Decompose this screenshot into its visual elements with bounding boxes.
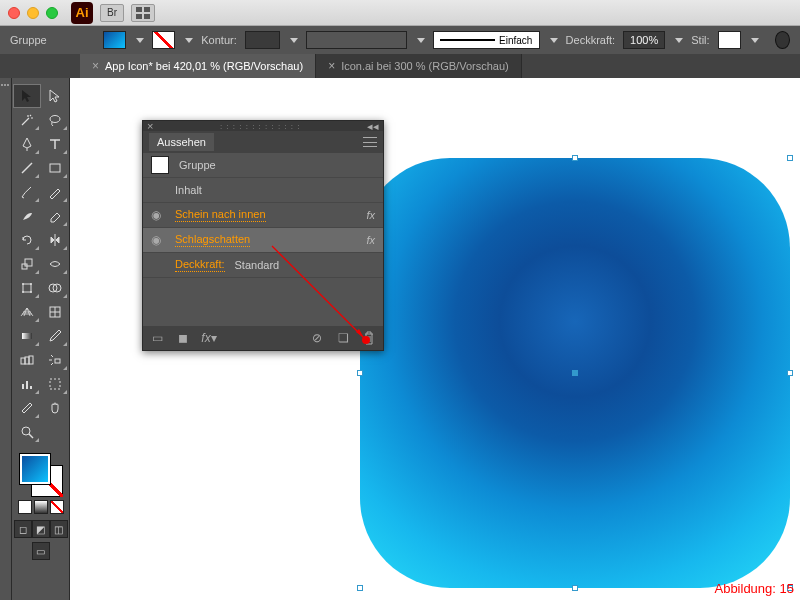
width-tool[interactable] (41, 252, 69, 276)
column-graph-tool[interactable] (13, 372, 41, 396)
style-dropdown-icon[interactable] (751, 38, 759, 43)
stroke-style-dropdown-icon[interactable] (550, 38, 558, 43)
panel-menu-icon[interactable] (363, 137, 377, 147)
rotate-tool[interactable] (13, 228, 41, 252)
color-mode-button[interactable] (18, 500, 32, 514)
duplicate-item-icon[interactable]: ❏ (335, 331, 351, 345)
stroke-label: Kontur: (201, 34, 236, 46)
close-window-button[interactable] (8, 7, 20, 19)
arrange-documents-button[interactable] (131, 4, 155, 22)
svg-point-10 (22, 283, 24, 285)
stroke-style-preview[interactable]: Einfach (433, 31, 540, 49)
svg-rect-19 (25, 357, 29, 364)
delete-item-icon[interactable] (361, 331, 377, 345)
reflect-tool[interactable] (41, 228, 69, 252)
artboard-tool[interactable] (41, 372, 69, 396)
zoom-tool[interactable] (13, 420, 41, 444)
stroke-weight-field[interactable] (245, 31, 280, 49)
eraser-tool[interactable] (41, 204, 69, 228)
blend-tool[interactable] (13, 348, 41, 372)
pen-tool[interactable] (13, 132, 41, 156)
selection-handle[interactable] (787, 155, 793, 161)
visibility-toggle-icon[interactable]: ◉ (151, 233, 165, 247)
panel-drag-handle[interactable]: × : : : : : : : : : : : : : ◂◂ (143, 121, 383, 131)
pencil-tool[interactable] (41, 180, 69, 204)
svg-rect-8 (25, 259, 32, 266)
selection-handle[interactable] (357, 370, 363, 376)
zoom-window-button[interactable] (46, 7, 58, 19)
new-fill-icon[interactable]: ◼ (175, 331, 191, 345)
eyedropper-tool[interactable] (41, 324, 69, 348)
stroke-weight-dropdown-icon[interactable] (290, 38, 298, 43)
appearance-row-group[interactable]: Gruppe (143, 153, 383, 178)
appearance-row-drop-shadow[interactable]: ◉ Schlagschatten fx (143, 228, 383, 253)
fill-stroke-indicator[interactable] (20, 454, 62, 496)
scale-tool[interactable] (13, 252, 41, 276)
close-tab-icon[interactable]: × (328, 59, 335, 73)
type-tool[interactable] (41, 132, 69, 156)
bridge-button[interactable]: Br (100, 4, 124, 22)
gradient-mode-button[interactable] (34, 500, 48, 514)
svg-rect-21 (55, 359, 60, 363)
appearance-row-contents[interactable]: Inhalt (143, 178, 383, 203)
clear-appearance-icon[interactable]: ⊘ (309, 331, 325, 345)
svg-point-11 (30, 283, 32, 285)
window-titlebar: Ai Br (0, 0, 800, 26)
add-effect-icon[interactable]: fx▾ (201, 331, 217, 345)
graphic-style-swatch[interactable] (718, 31, 741, 49)
close-tab-icon[interactable]: × (92, 59, 99, 73)
gradient-tool[interactable] (13, 324, 41, 348)
effect-link[interactable]: Schein nach innen (175, 208, 266, 222)
fill-dropdown-icon[interactable] (136, 38, 144, 43)
visibility-toggle-icon[interactable]: ◉ (151, 208, 165, 222)
opacity-dropdown-icon[interactable] (675, 38, 683, 43)
appearance-row-inner-glow[interactable]: ◉ Schein nach innen fx (143, 203, 383, 228)
svg-rect-24 (30, 386, 32, 389)
stroke-swatch[interactable] (152, 31, 175, 49)
svg-point-4 (50, 116, 60, 123)
fill-color-box[interactable] (20, 454, 50, 484)
draw-behind-mode[interactable]: ◩ (32, 520, 50, 538)
new-stroke-icon[interactable]: ▭ (149, 331, 165, 345)
panel-tab-appearance[interactable]: Aussehen (149, 133, 214, 151)
svg-point-12 (22, 291, 24, 293)
document-tab-icon-ai[interactable]: ×Icon.ai bei 300 % (RGB/Vorschau) (316, 54, 522, 78)
lasso-tool[interactable] (41, 108, 69, 132)
direct-selection-tool[interactable] (41, 84, 69, 108)
minimize-window-button[interactable] (27, 7, 39, 19)
paintbrush-tool[interactable] (13, 180, 41, 204)
stroke-dropdown-icon[interactable] (185, 38, 193, 43)
symbol-sprayer-tool[interactable] (41, 348, 69, 372)
fill-swatch[interactable] (103, 31, 126, 49)
none-mode-button[interactable] (50, 500, 64, 514)
hand-tool[interactable] (41, 396, 69, 420)
opacity-field[interactable]: 100% (623, 31, 665, 49)
panel-dock-left[interactable] (0, 78, 12, 600)
brush-dropdown-icon[interactable] (417, 38, 425, 43)
effect-link[interactable]: Schlagschatten (175, 233, 250, 247)
selection-tool[interactable] (13, 84, 41, 108)
blob-brush-tool[interactable] (13, 204, 41, 228)
draw-inside-mode[interactable]: ◫ (50, 520, 68, 538)
document-tab-app-icon[interactable]: ×App Icon* bei 420,01 % (RGB/Vorschau) (80, 54, 316, 78)
rectangle-tool[interactable] (41, 156, 69, 180)
brush-definition-field[interactable] (306, 31, 407, 49)
svg-rect-25 (50, 379, 60, 389)
appearance-row-opacity[interactable]: Deckkraft: Standard (143, 253, 383, 278)
selection-handle[interactable] (787, 370, 793, 376)
opacity-link[interactable]: Deckkraft: (175, 258, 225, 272)
slice-tool[interactable] (13, 396, 41, 420)
document-setup-button[interactable] (775, 31, 790, 49)
magic-wand-tool[interactable] (13, 108, 41, 132)
normal-draw-mode[interactable]: ◻ (14, 520, 32, 538)
selection-handle[interactable] (357, 585, 363, 591)
screen-mode-button[interactable]: ▭ (32, 542, 50, 560)
shape-builder-tool[interactable] (41, 276, 69, 300)
selection-handle[interactable] (572, 155, 578, 161)
perspective-grid-tool[interactable] (13, 300, 41, 324)
svg-rect-17 (22, 333, 32, 339)
selection-handle[interactable] (572, 585, 578, 591)
mesh-tool[interactable] (41, 300, 69, 324)
free-transform-tool[interactable] (13, 276, 41, 300)
line-segment-tool[interactable] (13, 156, 41, 180)
